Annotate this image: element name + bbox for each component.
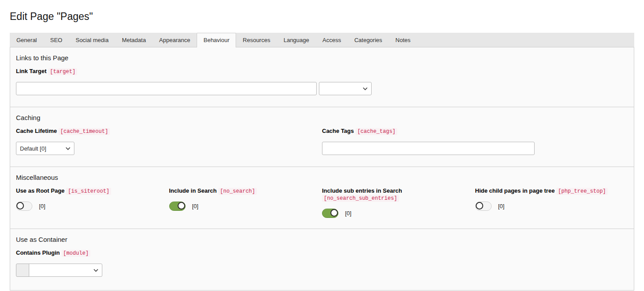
toggle-value: [0] [39,203,45,210]
link-target-select-wrap [319,82,372,95]
field-code: [no_search] [218,188,257,195]
tab-metadata[interactable]: Metadata [115,33,152,47]
toggle-value: [0] [192,203,198,210]
tab-notes[interactable]: Notes [389,33,417,47]
tab-behaviour[interactable]: Behaviour [197,33,236,47]
field-code: [is_siteroot] [66,188,111,195]
tab-seo[interactable]: SEO [43,33,69,47]
tab-general[interactable]: General [10,33,43,47]
hide-child-pages-field: Hide child pages in page tree [php_tree_… [475,187,628,218]
field-code: [php_tree_stop] [556,188,608,195]
field-label-contains-plugin: Contains Plugin [module] [16,249,628,257]
section-miscellaneous: Miscellaneous Use as Root Page [is_siter… [10,167,634,229]
page-title: Edit Page "Pages" [10,11,634,23]
tab-categories[interactable]: Categories [348,33,389,47]
hide-child-pages-toggle[interactable] [475,202,492,211]
field-code: [target] [48,68,78,75]
section-heading: Caching [16,114,628,122]
cache-tags-input[interactable] [322,142,535,155]
link-target-select[interactable] [319,82,372,95]
field-label-text: Use as Root Page [16,187,65,194]
field-code: [no_search_sub_entries] [322,195,399,202]
contains-plugin-select[interactable] [29,264,102,277]
use-as-root-page-toggle[interactable] [16,202,32,211]
tab-language[interactable]: Language [277,33,316,47]
toggle-knob [16,202,24,210]
edit-page-screen: Edit Page "Pages" General SEO Social med… [0,11,644,291]
cache-lifetime-select[interactable]: Default [0] [16,142,74,155]
plugin-icon-addon [16,264,29,277]
field-label-text: Include in Search [169,187,217,194]
toggle-knob [178,202,185,210]
toggle-value: [0] [498,203,504,210]
section-caching: Caching Cache Lifetime [cache_timeout] D… [10,107,634,167]
field-label-hide-child-pages: Hide child pages in page tree [php_tree_… [475,187,628,195]
tab-access[interactable]: Access [316,33,348,47]
cache-lifetime-select-wrap: Default [0] [16,142,74,155]
cache-tags-field: Cache Tags [cache_tags] [322,128,628,155]
section-heading: Use as Container [16,236,628,244]
tab-bar: General SEO Social media Metadata Appear… [10,33,634,47]
section-heading: Links to this Page [16,54,628,62]
section-heading: Miscellaneous [16,174,628,182]
include-in-search-toggle[interactable] [169,202,186,211]
field-label-text: Link Target [16,68,47,74]
cache-lifetime-field: Cache Lifetime [cache_timeout] Default [… [16,128,322,155]
link-target-controls [16,82,628,95]
field-code: [cache_tags] [356,128,397,135]
field-label-cache-tags: Cache Tags [cache_tags] [322,128,628,135]
tab-social-media[interactable]: Social media [69,33,115,47]
field-label-text: Cache Lifetime [16,128,57,134]
tab-appearance[interactable]: Appearance [152,33,197,47]
field-label-text: Include sub entries in Search [322,187,402,194]
field-code: [module] [62,250,91,257]
use-as-root-page-field: Use as Root Page [is_siteroot] [0] [16,187,169,218]
link-target-input[interactable] [16,82,317,95]
contains-plugin-controls [16,264,628,277]
section-use-as-container: Use as Container Contains Plugin [module… [10,229,634,290]
contains-plugin-select-wrap [29,264,102,277]
field-label-link-target: Link Target [target] [16,68,628,75]
include-sub-entries-toggle[interactable] [322,209,338,218]
form-panel: Links to this Page Link Target [target] … [10,47,634,291]
tab-resources[interactable]: Resources [236,33,277,47]
toggle-knob [330,209,338,217]
field-code: [cache_timeout] [58,128,110,135]
field-label-cache-lifetime: Cache Lifetime [cache_timeout] [16,128,322,135]
include-sub-entries-field: Include sub entries in Search [no_search… [322,187,475,218]
field-label-text: Cache Tags [322,128,354,134]
toggle-value: [0] [345,210,351,217]
include-in-search-field: Include in Search [no_search] [0] [169,187,322,218]
section-links-to-this-page: Links to this Page Link Target [target] [10,47,634,107]
field-label-include-sub-entries: Include sub entries in Search [no_search… [322,187,475,202]
toggle-knob [476,202,483,210]
field-label-text: Hide child pages in page tree [475,187,555,194]
field-label-use-as-root-page: Use as Root Page [is_siteroot] [16,187,169,195]
field-label-text: Contains Plugin [16,249,60,256]
field-label-include-in-search: Include in Search [no_search] [169,187,322,195]
